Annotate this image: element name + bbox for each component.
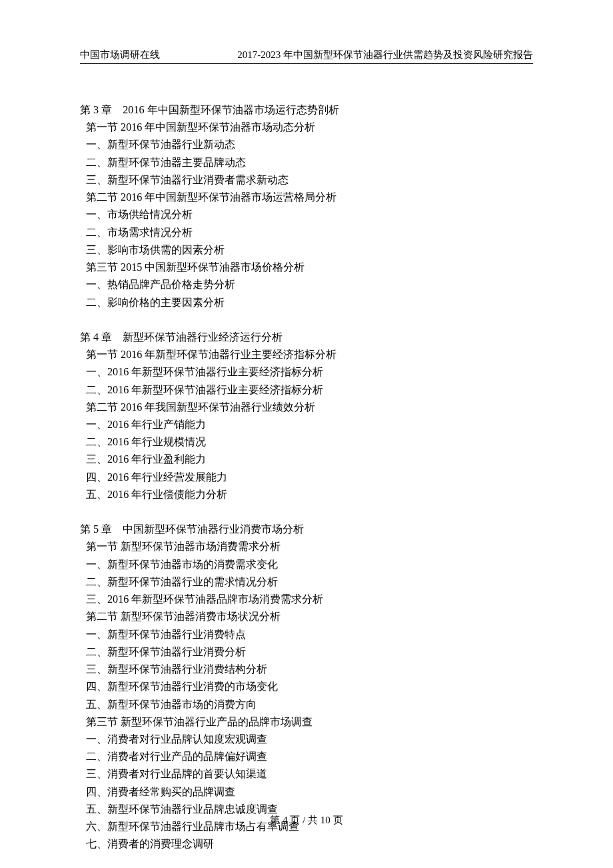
toc-line: 二、市场需求情况分析 [80,224,533,241]
chapter-5: 第 5 章 中国新型环保节油器行业消费市场分析 第一节 新型环保节油器市场消费需… [80,521,533,853]
toc-line: 一、2016 年行业产销能力 [80,416,533,433]
toc-line: 一、新型环保节油器行业消费特点 [80,626,533,643]
chapter-title: 第 4 章 新型环保节油器行业经济运行分析 [80,329,533,346]
toc-line: 第一节 新型环保节油器市场消费需求分析 [80,538,533,555]
chapter-title: 第 3 章 2016 年中国新型环保节油器市场运行态势剖析 [80,101,533,119]
toc-line: 一、2016 年新型环保节油器行业主要经济指标分析 [80,363,533,381]
toc-line: 四、2016 年行业经营发展能力 [80,469,533,486]
toc-line: 三、消费者对行业品牌的首要认知渠道 [80,765,533,783]
page-number: 第 4 页 / 共 10 页 [270,815,342,825]
chapter-4: 第 4 章 新型环保节油器行业经济运行分析 第一节 2016 年新型环保节油器行… [80,329,533,503]
toc-line: 三、新型环保节油器行业消费者需求新动态 [80,171,533,189]
toc-line: 五、2016 年行业偿债能力分析 [80,486,533,503]
page-footer: 第 4 页 / 共 10 页 [0,814,613,827]
toc-line: 二、新型环保节油器主要品牌动态 [80,154,533,171]
toc-line: 四、消费者经常购买的品牌调查 [80,783,533,801]
toc-line: 二、消费者对行业产品的品牌偏好调查 [80,748,533,765]
toc-line: 第二节 新型环保节油器消费市场状况分析 [80,608,533,625]
toc-line: 一、新型环保节油器市场的消费需求变化 [80,556,533,573]
toc-line: 一、新型环保节油器行业新动态 [80,136,533,153]
toc-content: 第 3 章 2016 年中国新型环保节油器市场运行态势剖析 第一节 2016 年… [80,101,533,853]
toc-line: 二、2016 年新型环保节油器行业主要经济指标分析 [80,381,533,399]
toc-line: 第二节 2016 年中国新型环保节油器市场运营格局分析 [80,189,533,206]
page-container: 中国市场调研在线 2017-2023 年中国新型环保节油器行业供需趋势及投资风险… [0,0,613,853]
toc-line: 第一节 2016 年新型环保节油器行业主要经济指标分析 [80,346,533,363]
toc-line: 一、消费者对行业品牌认知度宏观调查 [80,731,533,748]
toc-line: 三、2016 年行业盈利能力 [80,451,533,468]
toc-line: 七、消费者的消费理念调研 [80,835,533,853]
page-header: 中国市场调研在线 2017-2023 年中国新型环保节油器行业供需趋势及投资风险… [80,49,533,64]
toc-line: 二、2016 年行业规模情况 [80,433,533,451]
chapter-title: 第 5 章 中国新型环保节油器行业消费市场分析 [80,521,533,538]
header-report-title: 2017-2023 年中国新型环保节油器行业供需趋势及投资风险研究报告 [237,49,533,61]
toc-line: 五、新型环保节油器市场的消费方向 [80,696,533,713]
toc-line: 一、市场供给情况分析 [80,206,533,223]
toc-line: 第一节 2016 年中国新型环保节油器市场动态分析 [80,119,533,136]
toc-line: 一、热销品牌产品价格走势分析 [80,276,533,293]
toc-line: 第三节 新型环保节油器行业产品的品牌市场调查 [80,713,533,731]
toc-line: 二、新型环保节油器行业的需求情况分析 [80,573,533,591]
toc-line: 三、2016 年新型环保节油器品牌市场消费需求分析 [80,591,533,608]
header-org: 中国市场调研在线 [80,49,160,61]
toc-line: 二、新型环保节油器行业消费分析 [80,643,533,661]
toc-line: 四、新型环保节油器行业消费的市场变化 [80,678,533,695]
toc-line: 三、新型环保节油器行业消费结构分析 [80,661,533,678]
toc-line: 第三节 2015 中国新型环保节油器市场价格分析 [80,259,533,276]
toc-line: 第二节 2016 年我国新型环保节油器行业绩效分析 [80,399,533,416]
toc-line: 三、影响市场供需的因素分析 [80,241,533,259]
chapter-3: 第 3 章 2016 年中国新型环保节油器市场运行态势剖析 第一节 2016 年… [80,101,533,311]
toc-line: 二、影响价格的主要因素分析 [80,294,533,311]
